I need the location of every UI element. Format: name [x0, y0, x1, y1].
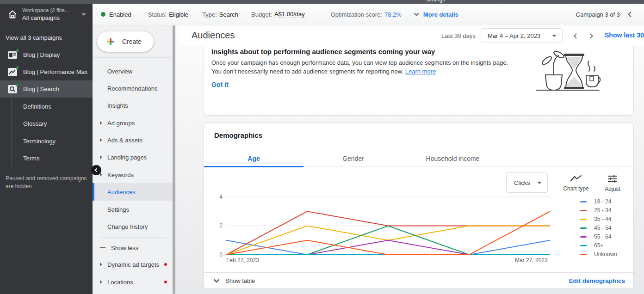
nav-label: Landing pages	[107, 154, 147, 161]
settings-tab-strip[interactable]: settings	[0, 0, 644, 4]
demographics-title: Demographics	[214, 131, 262, 139]
show-last-30-days-link[interactable]: Show last 30 days	[605, 31, 644, 39]
date-range-picker[interactable]: Mar 4 – Apr 2, 2023	[481, 28, 563, 43]
tab-age[interactable]: Age	[204, 150, 303, 167]
hidden-campaigns-note: Paused and removed campaigns are hidden	[6, 175, 87, 190]
sidebar-item-terms[interactable]: Terms	[23, 150, 88, 167]
nav-item-settings[interactable]: Settings	[93, 201, 173, 218]
nav-item-ad-groups[interactable]: Ad groups	[93, 114, 173, 132]
expand-arrow-icon[interactable]	[100, 121, 102, 125]
nav-item-overview[interactable]: Overview	[93, 62, 173, 80]
optimization-score-label: Optimization score:	[331, 11, 382, 18]
sidebar-item-definitions[interactable]: Definitions	[23, 98, 88, 115]
nav-item-ads-assets[interactable]: Ads & assets	[93, 131, 173, 149]
sidebar-item-terminology[interactable]: Terminology	[23, 133, 88, 150]
insight-body: Once your campaign has enough performanc…	[211, 58, 510, 76]
x-axis-end-label: Mar 27, 2023	[515, 257, 548, 263]
caret-down-icon	[537, 182, 542, 184]
collapse-panel-button[interactable]	[91, 165, 101, 175]
divider	[99, 237, 166, 238]
demographics-chart: 4 2 0 Feb 27, 2023 Mar 27, 2023	[204, 192, 634, 266]
status-dot	[16, 83, 19, 86]
view-all-campaigns-link[interactable]: View all 3 campaigns	[6, 34, 62, 41]
edit-demographics-link[interactable]: Edit demographics	[569, 277, 625, 284]
nav-item-show-less[interactable]: Show less	[93, 239, 173, 257]
tune-icon	[607, 174, 618, 183]
type-label: Type:	[202, 11, 217, 18]
expand-arrow-icon[interactable]	[100, 155, 102, 159]
sidebar-item-glossary[interactable]: Glossary	[23, 115, 88, 132]
search-campaign-icon	[7, 85, 18, 94]
nav-item-change-history[interactable]: Change history	[93, 218, 173, 235]
chevron-down-icon	[213, 279, 220, 283]
hourglass-illustration	[531, 47, 605, 93]
demographics-tabs: Age Gender Household income	[204, 150, 634, 167]
nav-label: Keywords	[107, 172, 134, 178]
google-ads-app: settings Workspace (2 filte... All campa…	[0, 0, 644, 294]
chart-line-25-34	[226, 211, 550, 255]
show-table-toggle[interactable]: Show table	[213, 277, 255, 284]
nav-item-locations[interactable]: Locations	[93, 273, 173, 291]
sidebar-item-blog-performance-max[interactable]: Blog | Performance Max	[0, 63, 93, 80]
metric-select[interactable]: Clicks	[506, 172, 548, 193]
campaign-sidebar: Workspace (2 filte... All campaigns View…	[0, 4, 93, 294]
create-button[interactable]: Create	[97, 31, 154, 52]
budget-label: Budget:	[251, 11, 272, 18]
next-range-button[interactable]	[585, 30, 597, 42]
tab-gender[interactable]: Gender	[303, 150, 403, 167]
previous-range-button[interactable]	[569, 30, 581, 42]
campaign-nav-panel: Create Overview Recommendations Insights…	[93, 25, 173, 294]
settings-tab-label[interactable]: settings	[426, 0, 445, 3]
tab-household-income[interactable]: Household income	[403, 150, 502, 167]
campaign-status-bar: Enabled Status: Eligible Type: Search Bu…	[93, 4, 644, 25]
nav-item-audiences[interactable]: Audiences	[93, 183, 173, 201]
create-button-label: Create	[122, 38, 142, 45]
budget-value[interactable]: A$1.00/day	[274, 11, 305, 18]
line-chart-icon	[570, 175, 582, 182]
nav-label: Ad groups	[107, 120, 135, 127]
nav-label: Insights	[107, 102, 128, 109]
nav-label: Change history	[107, 223, 148, 230]
sidebar-item-blog-search[interactable]: Blog | Search	[0, 80, 93, 98]
nav-label: Show less	[111, 245, 138, 251]
enabled-label[interactable]: Enabled	[109, 11, 131, 18]
campaign-label: Blog | Performance Max	[23, 68, 87, 75]
page-title: Audiences	[192, 30, 235, 41]
demographics-card: Demographics Age Gender Household income…	[204, 122, 634, 289]
nav-item-dynamic-ad-targets[interactable]: Dynamic ad targets	[93, 256, 173, 273]
nav-label: Overview	[107, 68, 132, 75]
performance-max-campaign-icon	[7, 67, 18, 77]
chart-line-18-24	[226, 240, 550, 255]
nav-item-landing-pages[interactable]: Landing pages	[93, 148, 173, 166]
workspace-caret-icon	[81, 13, 86, 16]
workspace-selector[interactable]: Workspace (2 filte... All campaigns	[0, 4, 93, 25]
nav-item-keywords[interactable]: Keywords	[93, 166, 173, 184]
learn-more-link[interactable]: Learn more	[405, 68, 436, 75]
status-dot	[16, 66, 19, 69]
chart-type-button[interactable]: Chart type	[560, 175, 592, 192]
expand-arrow-icon[interactable]	[100, 280, 102, 284]
page-header: Audiences Last 30 days Mar 4 – Apr 2, 20…	[180, 25, 644, 46]
optimization-score-value: 78.2%	[384, 11, 402, 18]
previous-campaign-icon[interactable]	[627, 11, 632, 18]
sidebar-item-blog-display[interactable]: Blog | Display	[0, 46, 93, 63]
adjust-label: Adjust	[596, 186, 629, 192]
got-it-button[interactable]: Got it	[211, 81, 229, 88]
expand-arrow-icon[interactable]	[100, 263, 102, 266]
home-icon	[7, 9, 18, 20]
expand-arrow-icon[interactable]	[100, 173, 102, 177]
chevron-right-icon	[589, 33, 594, 39]
alert-dot	[164, 263, 167, 266]
expand-arrow-icon[interactable]	[100, 138, 102, 142]
chevron-left-icon	[94, 168, 99, 172]
more-details-link[interactable]: More details	[423, 11, 458, 18]
subnav-tree-line	[12, 98, 12, 167]
workspace-name: Workspace (2 filte...	[22, 7, 69, 13]
chart-type-label: Chart type	[560, 185, 592, 192]
adjust-button[interactable]: Adjust	[596, 174, 629, 192]
nav-label: Ads & assets	[107, 137, 142, 144]
nav-label: Audiences	[107, 189, 136, 196]
nav-item-insights[interactable]: Insights	[93, 97, 173, 114]
chevron-down-icon[interactable]	[414, 12, 419, 16]
nav-item-recommendations[interactable]: Recommendations	[93, 80, 173, 97]
